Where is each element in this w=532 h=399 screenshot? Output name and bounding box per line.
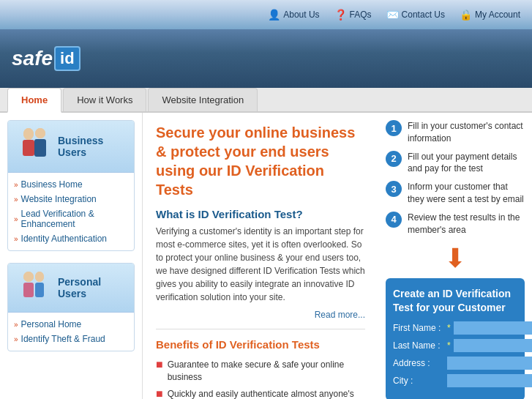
arrow-icon: » xyxy=(14,181,18,189)
svg-point-8 xyxy=(23,272,34,282)
step-text: Review the test results in the member's … xyxy=(408,212,525,236)
content-area: Business Users » Business Home » Website… xyxy=(0,113,532,399)
person-icon: 👤 xyxy=(268,9,280,20)
create-title: Create an ID Verification Test for your … xyxy=(393,287,517,313)
step-number: 3 xyxy=(386,181,402,197)
benefit-item: ■Quickly and easily authenticate almost … xyxy=(156,386,365,399)
arrow-icon: » xyxy=(14,235,18,243)
input-city[interactable] xyxy=(447,374,532,387)
step-item: 4 Review the test results in the member'… xyxy=(386,212,525,236)
input-address[interactable] xyxy=(447,357,532,370)
business-users-header: Business Users xyxy=(8,121,134,173)
faqs-label: FAQs xyxy=(350,10,372,20)
personal-users-section: Personal Users » Personal Home » Identif… xyxy=(7,263,135,351)
main-navigation: Home How it Works Website Integration xyxy=(0,88,532,113)
step-item: 3 Inform your customer that they were se… xyxy=(386,181,525,206)
form-label-city: City : xyxy=(393,376,444,386)
identity-theft-link[interactable]: » Identify Theft & Fraud xyxy=(14,332,128,346)
form-label-address: Address : xyxy=(393,358,444,368)
create-box: Create an ID Verification Test for your … xyxy=(386,278,525,399)
main-content: Secure your online business & protect yo… xyxy=(143,113,378,399)
business-people-icon xyxy=(15,127,52,166)
arrow-down-icon: ⬇ xyxy=(386,243,525,274)
right-panel: 1 Fill in your customer's contact inform… xyxy=(378,113,532,399)
svg-rect-10 xyxy=(35,283,44,297)
personal-people-icon xyxy=(15,269,52,306)
contact-us-label: Contact Us xyxy=(402,10,445,20)
step-item: 2 Fill out your payment details and pay … xyxy=(386,151,525,176)
benefits-heading: Benefits of ID Verification Tests xyxy=(156,338,365,351)
svg-point-11 xyxy=(35,272,44,282)
hero-title: Secure your online business & protect yo… xyxy=(156,123,365,199)
svg-point-2 xyxy=(23,128,34,140)
website-integration-link[interactable]: » Website Integration xyxy=(14,192,128,206)
sidebar: Business Users » Business Home » Website… xyxy=(0,113,143,399)
business-users-title: Business Users xyxy=(58,135,127,158)
lead-verification-link[interactable]: » Lead Verification & Enhancement xyxy=(14,206,128,231)
business-home-link[interactable]: » Business Home xyxy=(14,177,128,192)
site-header: safe id xyxy=(0,29,532,88)
step-number: 1 xyxy=(386,120,402,136)
my-account-link[interactable]: 🔒 My Account xyxy=(460,9,520,20)
form-label-first-name: First Name : xyxy=(393,323,444,333)
business-users-links: » Business Home » Website Integration » … xyxy=(8,173,134,250)
input-last-name[interactable] xyxy=(454,339,532,352)
read-more-link[interactable]: Read more... xyxy=(156,310,365,320)
contact-us-link[interactable]: ✉️ Contact Us xyxy=(386,9,445,20)
personal-users-title: Personal Users xyxy=(58,276,127,299)
tab-website-integration[interactable]: Website Integration xyxy=(148,88,258,111)
logo-safe-text: safe xyxy=(12,47,53,70)
personal-home-link[interactable]: » Personal Home xyxy=(14,317,128,332)
logo[interactable]: safe id xyxy=(12,46,80,71)
benefit-item: ■Guarantee to make secure & safe your on… xyxy=(156,357,365,386)
step-text: Fill in your customer's contact informat… xyxy=(408,120,525,145)
bullet-icon: ■ xyxy=(156,388,163,399)
form-row-city: City : xyxy=(393,374,517,387)
required-mark: * xyxy=(447,340,451,351)
svg-rect-1 xyxy=(23,140,34,156)
identity-authentication-link[interactable]: » Identity Authentication xyxy=(14,231,128,246)
about-us-label: About Us xyxy=(283,10,319,20)
my-account-label: My Account xyxy=(475,10,520,20)
tab-home[interactable]: Home xyxy=(7,88,61,113)
form-label-last-name: Last Name : xyxy=(393,340,444,351)
arrow-icon: » xyxy=(14,335,18,343)
step-text: Fill out your payment details and pay fo… xyxy=(408,151,525,176)
personal-users-header: Personal Users xyxy=(8,264,134,313)
form-row-address: Address : xyxy=(393,357,517,370)
arrow-icon: » xyxy=(14,195,18,204)
faqs-link[interactable]: ❓ FAQs xyxy=(334,9,372,20)
lock-icon: 🔒 xyxy=(460,9,472,20)
svg-rect-4 xyxy=(34,139,46,157)
what-heading: What is ID Verification Test? xyxy=(156,208,365,220)
top-navigation: 👤 About Us ❓ FAQs ✉️ Contact Us 🔒 My Acc… xyxy=(0,0,532,29)
business-users-section: Business Users » Business Home » Website… xyxy=(7,120,135,251)
steps-list: 1 Fill in your customer's contact inform… xyxy=(386,120,525,236)
divider xyxy=(156,329,365,329)
what-text: Verifying a customer's identity is an im… xyxy=(156,225,365,304)
step-number: 4 xyxy=(386,212,402,228)
benefits-list: ■Guarantee to make secure & safe your on… xyxy=(156,357,365,399)
logo-id-text: id xyxy=(54,46,80,71)
mail-icon: ✉️ xyxy=(386,9,399,20)
svg-point-5 xyxy=(35,128,45,138)
step-number: 2 xyxy=(386,151,402,167)
required-mark: * xyxy=(447,323,451,333)
input-first-name[interactable] xyxy=(454,321,532,335)
arrow-icon: » xyxy=(14,321,18,329)
form-row-first-name: First Name : * xyxy=(393,321,517,335)
form-row-last-name: Last Name : * xyxy=(393,339,517,352)
about-us-link[interactable]: 👤 About Us xyxy=(268,9,319,20)
arrow-icon: » xyxy=(14,215,18,223)
step-text: Inform your customer that they were sent… xyxy=(408,181,525,206)
tab-how-it-works[interactable]: How it Works xyxy=(63,88,146,111)
step-item: 1 Fill in your customer's contact inform… xyxy=(386,120,525,145)
bullet-icon: ■ xyxy=(156,359,163,370)
faqs-icon: ❓ xyxy=(334,9,347,20)
personal-users-links: » Personal Home » Identify Theft & Fraud xyxy=(8,313,134,351)
svg-rect-7 xyxy=(23,283,34,297)
